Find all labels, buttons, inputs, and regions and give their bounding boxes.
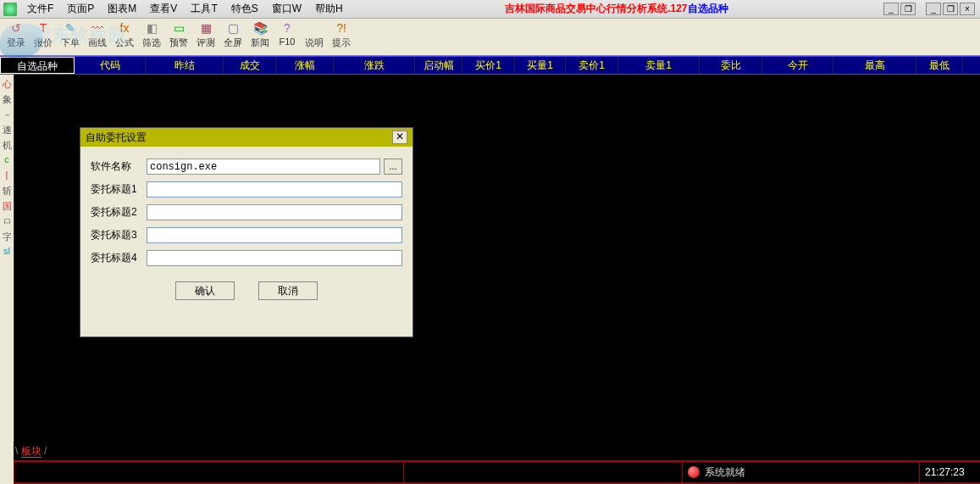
toolbar-label: F10 <box>280 36 296 47</box>
col-13[interactable]: 最高 <box>833 57 916 74</box>
field-label: 委托标题1 <box>91 182 147 197</box>
toolbar-btn-5[interactable]: ◧筛选 <box>139 20 164 49</box>
toolbar-icon: ▭ <box>171 20 186 36</box>
col-3[interactable]: 成交 <box>224 57 276 74</box>
toolbar-btn-1[interactable]: T报价 <box>30 20 56 49</box>
col-9[interactable]: 卖价1 <box>566 57 618 74</box>
toolbar-label: 报价 <box>34 36 53 49</box>
toolbar-icon <box>307 20 322 36</box>
dialog-row-3: 委托标题3 <box>91 227 402 243</box>
field-label: 委托标题2 <box>91 205 147 220</box>
status-time: 21:27:23 <box>919 462 980 482</box>
col-12[interactable]: 今开 <box>762 57 833 74</box>
col-8[interactable]: 买量1 <box>515 57 566 74</box>
inner-restore-button[interactable]: ❐ <box>900 3 916 15</box>
col-1[interactable]: 代码 <box>75 57 146 74</box>
status-message: 系统就绪 <box>705 465 745 480</box>
menu-chart[interactable]: 图表M <box>101 0 143 18</box>
toolbar-btn-2[interactable]: ✎下单 <box>58 20 83 49</box>
ok-button[interactable]: 确认 <box>175 281 235 300</box>
field-label: 软件名称 <box>91 159 147 174</box>
software-name-input[interactable] <box>147 159 380 175</box>
dialog-close-button[interactable]: ✕ <box>392 131 407 144</box>
toolbar-btn-11[interactable]: 说明 <box>302 20 327 49</box>
toolbar-icon: ?! <box>334 20 349 36</box>
toolbar-btn-3[interactable]: 〰画线 <box>85 20 110 49</box>
menu-help[interactable]: 帮助H <box>308 0 350 18</box>
gutter-icon[interactable]: ㅁ <box>1 215 13 227</box>
consign-title-4-input[interactable] <box>147 250 402 266</box>
gutter-icon[interactable]: － <box>1 108 13 120</box>
toolbar-label: 公式 <box>115 36 134 49</box>
dialog-title-text: 自助委托设置 <box>86 131 147 145</box>
toolbar-btn-4[interactable]: fx公式 <box>112 20 137 49</box>
menu-special[interactable]: 特色S <box>224 0 265 18</box>
toolbar-btn-8[interactable]: ▢全屏 <box>220 20 246 49</box>
toolbar-icon: ◧ <box>144 20 159 36</box>
toolbar-icon: fx <box>117 20 132 36</box>
inner-minimize-button[interactable]: _ <box>883 3 899 15</box>
consign-settings-dialog: 自助委托设置 ✕ 软件名称...委托标题1委托标题2委托标题3委托标题4确认取消 <box>80 127 413 337</box>
col-5[interactable]: 涨跌 <box>334 57 415 74</box>
tab-board[interactable]: 板块 <box>21 445 42 458</box>
gutter-icon[interactable]: | <box>1 170 13 181</box>
restore-button[interactable]: ❐ <box>943 3 958 15</box>
toolbar-label: 画线 <box>88 36 107 49</box>
gutter-icon[interactable]: c <box>1 154 13 166</box>
dialog-titlebar[interactable]: 自助委托设置 ✕ <box>80 128 412 147</box>
toolbar-icon: 〰 <box>90 20 105 36</box>
toolbar-icon: ▦ <box>198 20 213 36</box>
toolbar-btn-9[interactable]: 📚新闻 <box>247 20 273 49</box>
toolbar-icon: ▢ <box>225 20 241 36</box>
toolbar-icon: ? <box>280 20 295 36</box>
menu-view[interactable]: 查看V <box>143 0 184 18</box>
gutter-icon[interactable]: 心 <box>1 78 13 90</box>
gutter-icon[interactable]: 象 <box>1 93 13 105</box>
gutter-icon[interactable]: 国 <box>1 200 13 212</box>
col-14[interactable]: 最低 <box>916 57 963 74</box>
menu-file[interactable]: 文件F <box>20 0 60 18</box>
toolbar-btn-7[interactable]: ▦评测 <box>193 20 219 49</box>
cancel-button[interactable]: 取消 <box>258 281 318 300</box>
menu-page[interactable]: 页面P <box>60 0 101 18</box>
app-subtitle: 自选品种 <box>688 2 728 16</box>
toolbar-icon: ↺ <box>8 20 24 36</box>
toolbar-label: 全屏 <box>224 36 242 49</box>
dialog-row-2: 委托标题2 <box>91 204 402 220</box>
col-2[interactable]: 昨结 <box>146 57 224 74</box>
menu-tool[interactable]: 工具T <box>184 0 224 18</box>
tab-slash: \ <box>15 445 18 457</box>
toolbar-label: 登录 <box>7 36 25 49</box>
toolbar-icon: ✎ <box>63 20 78 36</box>
toolbar-btn-6[interactable]: ▭预警 <box>166 20 191 49</box>
gutter-icon[interactable]: 机 <box>1 139 13 151</box>
close-button[interactable]: × <box>960 3 975 15</box>
gutter-icon[interactable]: 遂 <box>1 124 13 136</box>
minimize-button[interactable]: _ <box>926 3 941 15</box>
consign-title-1-input[interactable] <box>147 181 402 197</box>
gutter-icon[interactable]: sl <box>1 246 13 258</box>
status-bar: 系统就绪 21:27:23 <box>14 460 980 484</box>
app-icon <box>3 3 17 16</box>
consign-title-2-input[interactable] <box>147 204 402 220</box>
col-4[interactable]: 涨幅 <box>276 57 334 74</box>
toolbar-icon: T <box>36 20 51 36</box>
col-6[interactable]: 启动幅 <box>415 57 462 74</box>
status-dot-icon <box>688 466 700 478</box>
app-title: 吉林国际商品交易中心行情分析系统.127 <box>505 2 687 16</box>
toolbar-btn-0[interactable]: ↺登录 <box>3 20 29 49</box>
col-7[interactable]: 买价1 <box>462 57 515 74</box>
col-11[interactable]: 委比 <box>700 57 762 74</box>
browse-button[interactable]: ... <box>384 159 402 175</box>
toolbar-btn-12[interactable]: ?!提示 <box>329 20 354 49</box>
col-0[interactable]: 自选品种 <box>0 57 75 74</box>
col-10[interactable]: 卖量1 <box>618 57 700 74</box>
toolbar-btn-10[interactable]: ?F10 <box>274 20 300 47</box>
gutter-icon[interactable]: 斩 <box>1 185 13 197</box>
column-header-row: 自选品种代码昨结成交涨幅涨跌启动幅买价1买量1卖价1卖量1委比今开最高最低 <box>0 56 980 75</box>
toolbar-label: 预警 <box>169 36 188 49</box>
toolbar-label: 说明 <box>305 36 324 49</box>
menu-window[interactable]: 窗口W <box>265 0 308 18</box>
consign-title-3-input[interactable] <box>147 227 402 243</box>
gutter-icon[interactable]: 字 <box>1 231 13 242</box>
